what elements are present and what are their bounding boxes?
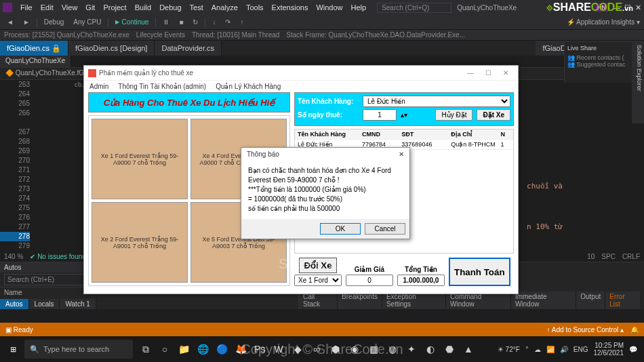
menu-customers[interactable]: Quản Lý Khách Hàng bbox=[216, 83, 281, 90]
days-input[interactable] bbox=[363, 109, 397, 121]
app-icon-2[interactable]: ◉ bbox=[346, 340, 363, 359]
start-button[interactable]: ⊞ bbox=[3, 339, 23, 359]
tab-output[interactable]: Output bbox=[576, 291, 605, 309]
menu-view[interactable]: View bbox=[58, 3, 82, 12]
app-icon-7[interactable]: ⬣ bbox=[441, 340, 458, 359]
pause-icon[interactable]: ⏸ bbox=[160, 18, 172, 26]
tab-autos[interactable]: Autos bbox=[0, 299, 29, 309]
eol-mode[interactable]: CRLF bbox=[622, 253, 640, 260]
config-dropdown[interactable]: Debug bbox=[41, 18, 66, 26]
tab-locals[interactable]: Locals bbox=[29, 299, 60, 309]
discount-input[interactable] bbox=[346, 275, 393, 286]
app-insights[interactable]: ⚡ Application Insights ▾ bbox=[567, 18, 640, 26]
lang-indicator[interactable]: ENG bbox=[573, 346, 588, 353]
menu-file[interactable]: File bbox=[16, 3, 37, 12]
app-titlebar[interactable]: Phần mềm quản lý cho thuê xe — ☐ ✕ bbox=[84, 66, 518, 81]
cortana-icon[interactable]: ○ bbox=[156, 340, 174, 359]
menu-edit[interactable]: Edit bbox=[37, 3, 58, 12]
app-icon-5[interactable]: ✦ bbox=[403, 340, 420, 359]
recent-contacts[interactable]: 👥 Recent contacts ( bbox=[567, 54, 629, 61]
tab-immediate[interactable]: Immediate Window bbox=[511, 291, 576, 309]
msgbox-ok-button[interactable]: OK bbox=[320, 223, 361, 235]
app-icon-1[interactable]: ⬢ bbox=[327, 340, 344, 359]
app-icon-4[interactable]: ◍ bbox=[384, 340, 401, 359]
stack-label[interactable]: Stack Frame: QuanLyChoThueXe.DAO.DataPro… bbox=[286, 31, 465, 39]
customer-select[interactable]: Lê Đức Hiến bbox=[363, 96, 510, 107]
spinner-icon[interactable]: ▴▾ bbox=[401, 111, 407, 119]
tray-chevron-icon[interactable]: ˄ bbox=[525, 346, 529, 353]
app-icon-3[interactable]: ▦ bbox=[365, 340, 382, 359]
indent-mode[interactable]: SPC bbox=[601, 253, 616, 260]
onedrive-icon[interactable]: ☁ bbox=[534, 346, 541, 353]
menu-project[interactable]: Project bbox=[99, 3, 130, 12]
msgbox-close-icon[interactable]: ✕ bbox=[399, 150, 404, 158]
menu-tools[interactable]: Tools bbox=[242, 3, 268, 12]
platform-dropdown[interactable]: Any CPU bbox=[71, 18, 104, 26]
window-close-icon[interactable]: ✕ bbox=[635, 3, 641, 12]
tab-fgiaodien-cs[interactable]: fGiaoDien.cs 🔒 bbox=[0, 41, 68, 56]
tab-watch1[interactable]: Watch 1 bbox=[60, 299, 96, 309]
notifications-icon[interactable]: 🔔 bbox=[630, 326, 639, 334]
lifecycle-label[interactable]: Lifecycle Events bbox=[136, 31, 185, 39]
app-icon-6[interactable]: ◐ bbox=[422, 340, 439, 359]
issues-indicator[interactable]: ✔ No issues found bbox=[30, 253, 86, 260]
menu-test[interactable]: Test bbox=[186, 3, 207, 12]
zoom-level[interactable]: 140 % bbox=[4, 253, 23, 260]
taskbar-search-input[interactable]: 🔍 Type here to search bbox=[24, 340, 133, 359]
change-car-button[interactable]: Đổi Xe bbox=[299, 258, 336, 273]
menu-analyze[interactable]: Analyze bbox=[207, 3, 242, 12]
step-into-icon[interactable]: ↓ bbox=[209, 18, 218, 26]
menu-window[interactable]: Window bbox=[312, 3, 346, 12]
app-title: Phần mềm quản lý cho thuê xe bbox=[99, 69, 193, 77]
app-icon-8[interactable]: ▲ bbox=[460, 340, 477, 359]
car-tile-1[interactable]: Xe 1 Ford Everest Trắng 59-A9000 7 chỗ T… bbox=[92, 119, 188, 199]
total-input[interactable] bbox=[397, 275, 445, 286]
app-maximize-icon[interactable]: ☐ bbox=[480, 69, 496, 77]
vscode-icon[interactable]: ◆ bbox=[289, 340, 306, 359]
nav-fwd-icon[interactable]: ► bbox=[20, 18, 33, 26]
step-over-icon[interactable]: ↷ bbox=[222, 18, 233, 26]
edge-icon[interactable]: 🌐 bbox=[194, 340, 212, 359]
step-out-icon[interactable]: ↑ bbox=[237, 18, 246, 26]
app-close-icon[interactable]: ✕ bbox=[498, 69, 514, 77]
tab-errorlist[interactable]: Error List bbox=[605, 291, 641, 309]
firefox-icon[interactable]: 🦊 bbox=[232, 340, 249, 359]
task-view-icon[interactable]: ⧉ bbox=[137, 340, 155, 359]
source-control-button[interactable]: ↑ Add to Source Control ▴ bbox=[547, 326, 624, 334]
menu-git[interactable]: Git bbox=[81, 3, 99, 12]
solution-explorer-tab[interactable]: Solution Explorer bbox=[632, 42, 644, 123]
explorer-icon[interactable]: 📁 bbox=[175, 340, 193, 359]
menu-admin[interactable]: Admin bbox=[89, 83, 108, 90]
wifi-icon[interactable]: 📶 bbox=[546, 346, 555, 353]
sub-tab-project[interactable]: QuanLyChoThueXe bbox=[0, 56, 71, 67]
thread-label[interactable]: Thread: [10016] Main Thread bbox=[192, 31, 279, 39]
weather-widget[interactable]: ☀ 72°F bbox=[498, 346, 520, 353]
app-minimize-icon[interactable]: — bbox=[462, 69, 479, 77]
photoshop-icon[interactable]: Ps bbox=[251, 340, 268, 359]
stop-icon[interactable]: ■ bbox=[176, 18, 186, 26]
suggested-contacts[interactable]: 👥 Suggested contac bbox=[567, 61, 629, 68]
pay-button[interactable]: Thanh Toán bbox=[449, 258, 510, 286]
tab-dataprovider[interactable]: DataProvider.cs bbox=[155, 41, 222, 56]
nav-back-icon[interactable]: ◄ bbox=[4, 18, 16, 26]
menu-help[interactable]: Help bbox=[347, 3, 371, 12]
notifications-tray-icon[interactable]: 💬 bbox=[629, 346, 637, 353]
tab-fgiaodien-design[interactable]: fGiaoDien.cs [Design] bbox=[68, 41, 155, 56]
menu-debug[interactable]: Debug bbox=[155, 3, 185, 12]
car-tile-2[interactable]: Xe 2 Ford Everest Trắng 59-A9001 7 chỗ T… bbox=[92, 202, 188, 283]
book-button[interactable]: Đặt Xe bbox=[477, 109, 510, 121]
restart-icon[interactable]: ↻ bbox=[190, 18, 201, 26]
menu-build[interactable]: Build bbox=[131, 3, 155, 12]
menu-search-input[interactable]: Search (Ctrl+Q) bbox=[377, 3, 451, 13]
car-select[interactable]: Xe 1 Ford Eve bbox=[294, 275, 342, 286]
cancel-booking-button[interactable]: Hủy Đặt bbox=[435, 109, 472, 121]
msgbox-cancel-button[interactable]: Cancel bbox=[365, 223, 405, 235]
menu-account[interactable]: Thông Tin Tài Khoản (admin) bbox=[118, 83, 206, 90]
menu-extensions[interactable]: Extensions bbox=[268, 3, 313, 12]
volume-icon[interactable]: 🔊 bbox=[560, 346, 568, 353]
vs-icon-tb[interactable]: ∞ bbox=[308, 340, 325, 359]
word-icon[interactable]: W bbox=[270, 340, 287, 359]
continue-button[interactable]: Continue bbox=[113, 18, 151, 26]
chrome-icon[interactable]: 🔵 bbox=[213, 340, 230, 359]
taskbar-clock[interactable]: 10:25 PM 12/6/2021 bbox=[594, 342, 624, 357]
